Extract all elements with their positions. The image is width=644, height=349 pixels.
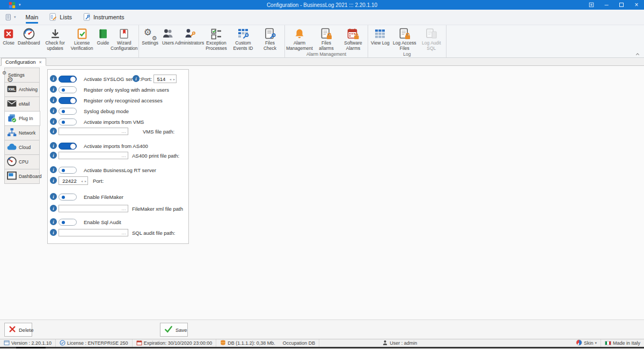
info-icon[interactable]: i [50, 205, 57, 212]
sidebar: ⚙⚙ Settings XML Archiving eMail Plug In … [4, 68, 40, 184]
skin-selector[interactable]: Skin ▾ [572, 339, 601, 347]
recognized-accesses-toggle[interactable] [58, 97, 77, 104]
filemaker-toggle[interactable] [58, 194, 77, 201]
spin-increment-icon[interactable]: ▸ [172, 77, 176, 81]
settings-button[interactable]: ⚙⚙ Settings [140, 25, 160, 46]
close-tab-icon[interactable]: × [39, 60, 42, 65]
spin-decrement-icon[interactable]: ◂ [169, 77, 172, 81]
exception-processes-button[interactable]: Exception Processes [203, 25, 230, 51]
italy-flag-icon [605, 341, 611, 345]
alarm-management-button[interactable]: Alarm Management [286, 25, 313, 51]
sidebar-item-email[interactable]: eMail [4, 96, 40, 112]
syslog-port-spinner[interactable]: 514 ◂ ▸ [153, 75, 177, 83]
title-bar: ▾ Configuration - BusinessLog 2021 ::: 2… [0, 0, 644, 10]
sidebar-item-cloud[interactable]: Cloud [4, 140, 40, 155]
vms-imports-toggle[interactable] [58, 118, 77, 125]
status-version: Version : 2.20.1.10 [0, 339, 56, 347]
info-icon[interactable]: i [50, 107, 57, 114]
info-icon[interactable]: i [50, 75, 57, 82]
files-check-button[interactable]: Files Check [257, 25, 283, 51]
row-filemaker: i Enable FileMaker [48, 192, 188, 201]
as400-imports-toggle[interactable] [58, 143, 77, 150]
app-logo-icon[interactable] [9, 2, 16, 9]
rt-server-toggle[interactable] [58, 167, 77, 174]
sidebar-item-network[interactable]: Network [4, 125, 40, 140]
delete-button[interactable]: Delete [4, 323, 32, 337]
row-rt-port: i 22422 ◂ ▸ Port: [48, 176, 188, 185]
vms-file-path-input[interactable] [59, 128, 121, 135]
ribbon-group-general: Close Dashboard Check for updates Licens… [0, 25, 139, 57]
collapse-ribbon-icon[interactable] [635, 51, 640, 57]
info-icon[interactable]: i [50, 193, 57, 200]
spin-decrement-icon[interactable]: ◂ [80, 179, 84, 183]
grid-wrench-icon [237, 27, 250, 41]
app-menu-caret-icon[interactable]: ▾ [19, 3, 21, 7]
info-icon[interactable]: i [50, 152, 57, 159]
users-button[interactable]: Users [160, 25, 176, 46]
wizard-configuration-button[interactable]: Wizard Configuration [111, 25, 137, 51]
sidebar-item-cpu[interactable]: CPU [4, 154, 40, 169]
ribbon-options-icon[interactable] [584, 0, 599, 10]
info-icon[interactable]: i [50, 142, 57, 149]
info-icon[interactable]: i [50, 118, 57, 125]
filemaker-path-input[interactable] [59, 205, 121, 212]
tab-lists[interactable]: {} Lists [43, 10, 77, 25]
info-icon[interactable]: i [50, 96, 57, 103]
status-user: User : admin [378, 339, 421, 347]
wizard-book-icon [118, 27, 130, 41]
spin-increment-icon[interactable]: ▸ [84, 179, 87, 183]
info-icon[interactable]: i [50, 229, 57, 236]
file-menu-icon [5, 13, 13, 21]
tab-instruments[interactable]: Instruments [77, 10, 129, 25]
info-icon[interactable]: i [133, 75, 140, 82]
administrators-button[interactable]: Administrators [176, 25, 203, 46]
save-button[interactable]: Save [160, 323, 188, 337]
rt-port-spinner[interactable]: 22422 ◂ ▸ [58, 176, 88, 185]
license-verification-button[interactable]: License Verification [69, 25, 96, 51]
ribbon-tab-row: ▾ Main {} Lists Instruments [0, 10, 644, 25]
sql-audit-toggle[interactable] [58, 219, 77, 226]
row-filemaker-path: i … FileMaker xml file path [48, 204, 188, 213]
info-icon[interactable]: i [50, 128, 57, 135]
dashboard-button[interactable]: Dashboard [16, 25, 42, 46]
check-updates-button[interactable]: Check for updates [42, 25, 69, 51]
close-window-button[interactable]: × [629, 0, 644, 10]
browse-ellipsis-icon[interactable]: … [121, 207, 128, 210]
syslog-admin-only-toggle[interactable] [58, 86, 77, 93]
close-button[interactable]: Close [1, 25, 16, 46]
sidebar-item-archiving[interactable]: XML Archiving [4, 82, 40, 97]
tab-configuration[interactable]: Configuration × [1, 58, 46, 66]
software-alarms-button[interactable]: Software Alarms [340, 25, 367, 51]
info-icon[interactable]: i [50, 166, 57, 173]
sidebar-item-settings[interactable]: ⚙⚙ Settings [4, 68, 40, 83]
skin-dropdown-icon: ▾ [595, 341, 597, 345]
syslog-server-toggle[interactable] [58, 76, 77, 83]
view-log-button[interactable]: View Log [369, 25, 391, 46]
plugin-check-icon [6, 113, 17, 124]
browse-ellipsis-icon[interactable]: … [121, 154, 128, 157]
gray-documents-icon [425, 27, 438, 41]
as400-print-path-input[interactable] [59, 152, 121, 159]
sidebar-item-plugin[interactable]: Plug In [4, 111, 40, 126]
browse-ellipsis-icon[interactable]: … [121, 130, 128, 133]
guide-button[interactable]: Guide [96, 25, 111, 46]
info-icon[interactable]: i [50, 86, 57, 93]
info-icon[interactable]: i [50, 177, 57, 184]
log-access-files-button[interactable]: Log Access Files [391, 25, 418, 51]
info-icon[interactable]: i [50, 218, 57, 225]
files-alarms-button[interactable]: Files allarms [313, 25, 340, 51]
custom-events-id-button[interactable]: Custom Events ID [230, 25, 257, 51]
browse-ellipsis-icon[interactable]: … [121, 231, 128, 234]
minimize-button[interactable]: ─ [599, 0, 614, 10]
syslog-debug-toggle[interactable] [58, 108, 77, 115]
vms-file-path-field: … [58, 128, 128, 135]
ribbon-toolbar: Close Dashboard Check for updates Licens… [0, 25, 644, 58]
dashboard-gauge-icon [23, 27, 35, 41]
document-tab-bar: Configuration × [0, 58, 644, 66]
tab-main[interactable]: Main [20, 10, 44, 25]
sql-audit-path-input[interactable] [59, 229, 121, 236]
sql-audit-path-field: … [58, 229, 128, 236]
file-menu-button[interactable]: ▾ [5, 13, 16, 21]
sidebar-item-dashboard[interactable]: DashBoard [4, 169, 40, 184]
maximize-button[interactable] [614, 0, 629, 10]
